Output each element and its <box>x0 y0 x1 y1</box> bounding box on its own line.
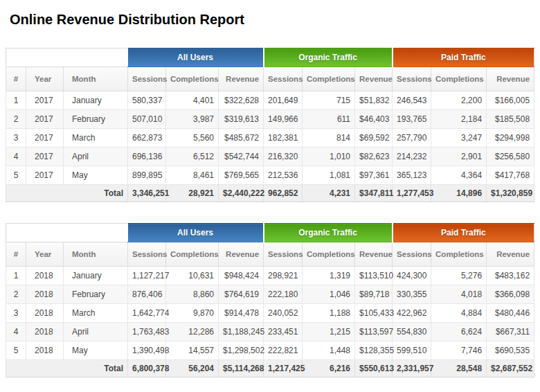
total-completions-all-users: 56,204 <box>166 360 219 377</box>
cell-revenue-organic: $51,832 <box>355 91 393 110</box>
cell-completions-all-users: 3,987 <box>166 110 219 129</box>
col-header-revenue-organic: Revenue <box>355 67 393 91</box>
cell-year: 2017 <box>26 148 64 166</box>
col-header-completions-paid: Completions <box>431 242 487 267</box>
cell-year: 2018 <box>26 285 64 304</box>
col-header-sessions-organic: Sessions <box>264 242 303 267</box>
cell-completions-all-users: 4,401 <box>166 91 219 110</box>
group-header-all-users: All Users <box>128 48 264 67</box>
cell-sessions-organic: 201,649 <box>264 91 303 110</box>
cell-revenue-paid: $690,535 <box>487 341 534 360</box>
table-row: 2 2018 February 876,406 8,860 $764,619 2… <box>6 285 534 304</box>
cell-revenue-paid: $166,005 <box>487 91 534 110</box>
col-header-revenue-all-users: Revenue <box>219 67 264 91</box>
cell-sessions-all-users: 1,127,217 <box>128 267 166 285</box>
cell-revenue-paid: $185,508 <box>487 110 534 129</box>
cell-sessions-all-users: 1,763,483 <box>128 323 166 341</box>
col-header-sessions-all-users: Sessions <box>128 67 166 91</box>
group-header-row: All Users Organic Traffic Paid Traffic <box>6 224 534 242</box>
col-header-revenue-all-users: Revenue <box>219 242 264 267</box>
total-sessions-all-users: 6,800,378 <box>128 360 166 377</box>
cell-revenue-organic: $97,361 <box>355 166 393 185</box>
cell-completions-organic: 1,215 <box>303 323 355 341</box>
total-label: Total <box>6 360 128 377</box>
cell-sessions-organic: 182,381 <box>264 129 303 148</box>
cell-month: May <box>64 166 128 185</box>
cell-month: February <box>64 285 128 304</box>
total-sessions-paid: 2,331,957 <box>393 360 431 377</box>
cell-year: 2017 <box>26 110 64 129</box>
col-header-revenue-organic: Revenue <box>355 242 393 267</box>
cell-sessions-organic: 222,180 <box>264 285 303 304</box>
col-header-sessions-paid: Sessions <box>393 242 431 267</box>
cell-completions-paid: 4,884 <box>431 304 487 323</box>
total-sessions-all-users: 3,346,251 <box>128 185 166 202</box>
cell-sessions-all-users: 580,337 <box>128 91 166 110</box>
cell-sessions-organic: 216,320 <box>264 148 303 166</box>
cell-completions-organic: 1,448 <box>303 341 355 360</box>
cell-revenue-all-users: $948,424 <box>219 267 264 285</box>
total-row: Total 6,800,378 56,204 $5,114,268 1,217,… <box>6 360 534 377</box>
cell-completions-paid: 2,200 <box>431 91 487 110</box>
col-header-completions-paid: Completions <box>431 67 487 91</box>
table-row: 2 2017 February 507,010 3,987 $319,613 1… <box>6 110 534 129</box>
cell-month: April <box>64 148 128 166</box>
cell-index: 5 <box>6 341 26 360</box>
cell-year: 2017 <box>26 129 64 148</box>
cell-sessions-paid: 330,355 <box>393 285 431 304</box>
cell-month: March <box>64 304 128 323</box>
cell-index: 4 <box>6 323 26 341</box>
col-header-index: # <box>6 242 26 267</box>
cell-sessions-all-users: 696,136 <box>128 148 166 166</box>
cell-index: 4 <box>6 148 26 166</box>
cell-sessions-paid: 214,232 <box>393 148 431 166</box>
col-header-completions-organic: Completions <box>303 242 355 267</box>
col-header-completions-all-users: Completions <box>166 242 219 267</box>
cell-year: 2017 <box>26 166 64 185</box>
total-revenue-all-users: $2,440,222 <box>219 185 264 202</box>
column-header-row: # Year Month Sessions Completions Revenu… <box>6 242 534 267</box>
cell-sessions-organic: 298,921 <box>264 267 303 285</box>
total-completions-organic: 4,231 <box>303 185 355 202</box>
total-revenue-paid: $1,320,859 <box>487 185 534 202</box>
cell-completions-paid: 7,746 <box>431 341 487 360</box>
cell-sessions-all-users: 1,642,774 <box>128 304 166 323</box>
cell-completions-paid: 2,901 <box>431 148 487 166</box>
cell-year: 2018 <box>26 267 64 285</box>
cell-sessions-organic: 212,536 <box>264 166 303 185</box>
cell-completions-all-users: 8,860 <box>166 285 219 304</box>
col-header-sessions-paid: Sessions <box>393 67 431 91</box>
group-empty-cell <box>6 48 128 67</box>
cell-revenue-all-users: $542,744 <box>219 148 264 166</box>
table-row: 3 2018 March 1,642,774 9,870 $914,478 24… <box>6 304 534 323</box>
cell-revenue-all-users: $1,298,502 <box>219 341 264 360</box>
total-sessions-organic: 1,217,425 <box>264 360 303 377</box>
cell-completions-all-users: 5,560 <box>166 129 219 148</box>
cell-revenue-organic: $128,355 <box>355 341 393 360</box>
cell-revenue-paid: $480,446 <box>487 304 534 323</box>
cell-completions-all-users: 12,286 <box>166 323 219 341</box>
total-revenue-all-users: $5,114,268 <box>219 360 264 377</box>
cell-sessions-organic: 149,966 <box>264 110 303 129</box>
cell-completions-all-users: 14,557 <box>166 341 219 360</box>
total-completions-organic: 6,216 <box>303 360 355 377</box>
page-title: Online Revenue Distribution Report <box>10 11 244 28</box>
table-row: 5 2017 May 899,895 8,461 $769,565 212,53… <box>6 166 534 185</box>
total-label: Total <box>6 185 128 202</box>
cell-month: January <box>64 91 128 110</box>
cell-revenue-all-users: $319,613 <box>219 110 264 129</box>
cell-completions-organic: 715 <box>303 91 355 110</box>
cell-revenue-organic: $46,403 <box>355 110 393 129</box>
table-row: 4 2018 April 1,763,483 12,286 $1,188,245… <box>6 323 534 341</box>
cell-revenue-all-users: $322,628 <box>219 91 264 110</box>
cell-sessions-all-users: 507,010 <box>128 110 166 129</box>
group-empty-cell <box>6 224 128 242</box>
cell-revenue-organic: $113,510 <box>355 267 393 285</box>
total-completions-paid: 28,548 <box>431 360 487 377</box>
cell-sessions-paid: 424,300 <box>393 267 431 285</box>
cell-completions-paid: 4,018 <box>431 285 487 304</box>
cell-sessions-paid: 246,543 <box>393 91 431 110</box>
cell-sessions-paid: 422,962 <box>393 304 431 323</box>
cell-revenue-paid: $667,311 <box>487 323 534 341</box>
cell-sessions-all-users: 876,406 <box>128 285 166 304</box>
